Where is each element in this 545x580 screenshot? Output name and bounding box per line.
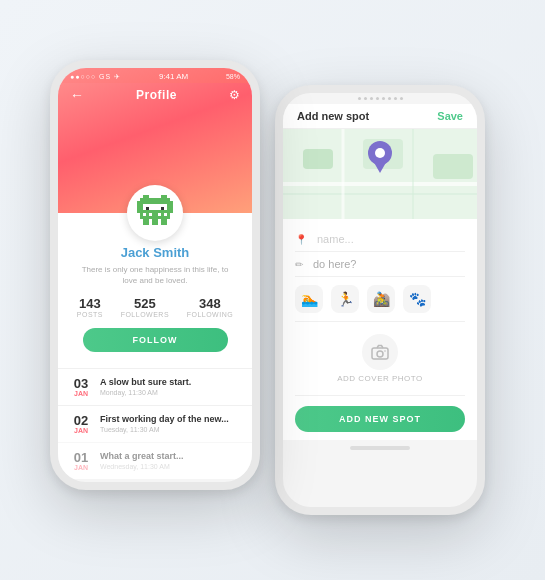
svg-rect-19 [143,219,149,225]
scene: ●●○○○ GS ✈ 9:41 AM 58% ← Profile ⚙ [0,0,545,580]
name-placeholder: name... [317,233,354,245]
feed-date-2: 01 JAN [70,451,92,471]
home-indicator-right [350,446,410,450]
feed-list: 03 JAN A slow but sure start. Monday, 11… [58,368,252,479]
stat-posts-value: 143 [79,296,101,311]
feed-date-1: 02 JAN [70,414,92,434]
svg-rect-18 [140,216,170,219]
cover-photo-label: ADD COVER PHOTO [337,374,423,383]
svg-rect-5 [146,204,152,207]
stat-posts-label: POSTS [77,311,103,318]
profile-name: Jack Smith [121,245,190,260]
activity-icons: 🏊 🏃 🚵 🐾 [295,277,465,322]
svg-rect-11 [167,207,173,210]
home-indicator [125,485,185,489]
svg-rect-10 [161,207,164,210]
svg-rect-29 [433,154,473,179]
name-input-row[interactable]: 📍 name... [295,227,465,252]
do-input-row[interactable]: ✏ do here? [295,252,465,277]
svg-rect-16 [161,213,164,216]
svg-rect-21 [161,219,167,225]
stat-following: 348 FOLLOWING [187,296,234,318]
settings-icon[interactable]: ⚙ [229,88,240,102]
svg-rect-15 [152,213,158,216]
map-pin [367,141,393,177]
form-area: 📍 name... ✏ do here? 🏊 🏃 🚵 🐾 [283,219,477,440]
profile-header-bar: ← Profile ⚙ [58,87,252,107]
svg-rect-20 [152,219,158,225]
svg-point-32 [375,148,385,158]
add-spot-header: Add new spot Save [283,104,477,129]
svg-rect-1 [161,195,167,198]
pixel-monster-icon [134,192,176,234]
activity-pet-icon[interactable]: 🐾 [403,285,431,313]
svg-rect-4 [137,204,143,207]
right-phone: Add new spot Save [275,85,485,515]
back-button[interactable]: ← [70,87,84,103]
svg-marker-31 [372,159,388,173]
feed-text-2: What a great start... Wednesday, 11:30 A… [100,451,184,470]
svg-rect-12 [137,210,173,213]
camera-icon [362,334,398,370]
feed-text-0: A slow but sure start. Monday, 11:30 AM [100,377,191,396]
svg-point-34 [377,351,383,357]
add-spot-title: Add new spot [297,110,369,122]
stat-following-value: 348 [199,296,221,311]
profile-title: Profile [136,88,177,102]
signal-dots: ●●○○○ GS ✈ [70,73,121,81]
svg-rect-17 [167,213,170,216]
activity-run-icon[interactable]: 🏃 [331,285,359,313]
stats-row: 143 POSTS 525 FOLLOWERS 348 FOLLOWING [58,296,252,318]
svg-rect-8 [137,207,143,210]
follow-button[interactable]: FOLLOW [83,328,228,352]
do-placeholder: do here? [313,258,356,270]
feed-item-2[interactable]: 01 JAN What a great start... Wednesday, … [58,442,252,479]
map-area [283,129,477,219]
activity-swim-icon[interactable]: 🏊 [295,285,323,313]
save-button[interactable]: Save [437,110,463,122]
profile-header: ← Profile ⚙ [58,83,252,213]
svg-rect-0 [143,195,149,198]
feed-item-0[interactable]: 03 JAN A slow but sure start. Monday, 11… [58,368,252,405]
stat-posts: 143 POSTS [77,296,103,318]
photo-section[interactable]: ADD COVER PHOTO [295,322,465,396]
svg-rect-14 [146,213,149,216]
svg-rect-9 [146,207,149,210]
svg-point-35 [384,350,386,352]
svg-rect-3 [137,201,173,204]
stat-followers-value: 525 [134,296,156,311]
svg-rect-27 [303,149,333,169]
status-bar-left: ●●○○○ GS ✈ 9:41 AM 58% [58,68,252,83]
svg-rect-2 [140,198,170,201]
stat-following-label: FOLLOWING [187,311,234,318]
left-phone: ●●○○○ GS ✈ 9:41 AM 58% ← Profile ⚙ [50,60,260,490]
add-new-spot-button[interactable]: ADD NEW SPOT [295,406,465,432]
status-dots-right [283,93,477,104]
feed-text-1: First working day of the new... Tuesday,… [100,414,229,433]
stat-followers: 525 FOLLOWERS [121,296,169,318]
stat-followers-label: FOLLOWERS [121,311,169,318]
feed-item-1[interactable]: 02 JAN First working day of the new... T… [58,405,252,442]
feed-date-0: 03 JAN [70,377,92,397]
profile-bio: There is only one happiness in this life… [58,264,252,286]
avatar [127,185,183,241]
svg-rect-7 [167,204,173,207]
svg-rect-6 [158,204,164,207]
time-display: 9:41 AM [159,72,188,81]
activity-bike-icon[interactable]: 🚵 [367,285,395,313]
svg-rect-13 [140,213,143,216]
battery-display: 58% [226,73,240,80]
